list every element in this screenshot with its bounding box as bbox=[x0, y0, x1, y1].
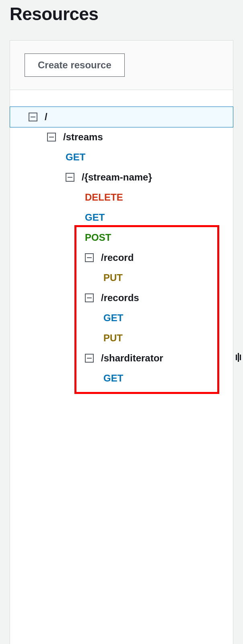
method-post: POST bbox=[85, 232, 111, 243]
tree-method-sharditerator-get[interactable]: GET bbox=[10, 368, 233, 388]
path-label-record: /record bbox=[101, 252, 134, 263]
collapse-icon[interactable] bbox=[85, 293, 94, 302]
tree-method-records-put[interactable]: PUT bbox=[10, 328, 233, 348]
collapse-icon[interactable] bbox=[47, 133, 56, 142]
tree-item-record[interactable]: /record bbox=[10, 248, 233, 268]
panel-header: Create resource bbox=[10, 41, 233, 90]
tree-method-stream-name-post[interactable]: POST bbox=[10, 228, 233, 248]
collapse-icon[interactable] bbox=[85, 354, 94, 363]
collapse-icon[interactable] bbox=[85, 253, 94, 262]
tree-item-sharditerator[interactable]: /sharditerator bbox=[10, 348, 233, 368]
tree-method-record-put[interactable]: PUT bbox=[10, 268, 233, 288]
tree-item-records[interactable]: /records bbox=[10, 288, 233, 308]
path-label-streams: /streams bbox=[63, 131, 103, 143]
method-get: GET bbox=[66, 152, 85, 163]
create-resource-button[interactable]: Create resource bbox=[25, 53, 125, 77]
tree-method-records-get[interactable]: GET bbox=[10, 308, 233, 328]
method-put: PUT bbox=[103, 332, 123, 344]
tree-item-root[interactable]: / bbox=[10, 107, 233, 127]
path-label-stream-name: /{stream-name} bbox=[82, 172, 152, 183]
tree-method-stream-name-get[interactable]: GET bbox=[10, 207, 233, 228]
method-get: GET bbox=[85, 212, 105, 223]
tree-item-stream-name[interactable]: /{stream-name} bbox=[10, 167, 233, 187]
tree-method-streams-get[interactable]: GET bbox=[10, 147, 233, 167]
collapse-icon[interactable] bbox=[29, 113, 37, 121]
path-label-root: / bbox=[45, 111, 47, 123]
tree-method-stream-name-delete[interactable]: DELETE bbox=[10, 187, 233, 207]
method-get: GET bbox=[103, 312, 123, 324]
resource-tree: / /streams GET /{stream-name} DELETE GET… bbox=[10, 107, 233, 644]
path-label-records: /records bbox=[101, 292, 139, 304]
spacer bbox=[10, 90, 233, 107]
resize-handle[interactable] bbox=[235, 352, 242, 363]
method-put: PUT bbox=[103, 272, 123, 283]
collapse-icon[interactable] bbox=[66, 173, 74, 182]
resources-panel: Create resource / /streams GET /{stream-… bbox=[10, 40, 233, 644]
method-delete: DELETE bbox=[85, 192, 123, 203]
path-label-sharditerator: /sharditerator bbox=[101, 353, 163, 364]
page-title: Resources bbox=[10, 4, 233, 24]
tree-item-streams[interactable]: /streams bbox=[10, 127, 233, 147]
method-get: GET bbox=[103, 373, 123, 384]
